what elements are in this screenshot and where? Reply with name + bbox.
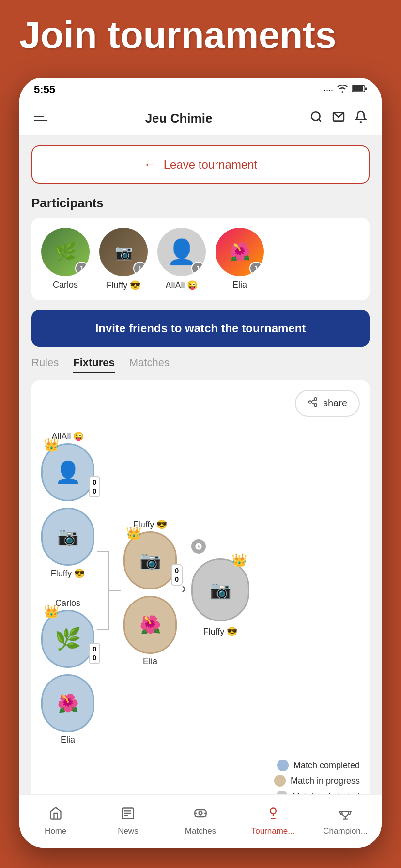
legend-dot-completed bbox=[277, 760, 289, 771]
score-r1m2: 00 bbox=[89, 643, 100, 664]
bubble-elia-r2: 🌺 bbox=[123, 596, 177, 654]
round2-column: Fluffy 😎 📷 00 👑 🌺 E bbox=[123, 519, 177, 666]
tabs-row: Rules Fixtures Matches bbox=[31, 356, 370, 373]
svg-point-23 bbox=[199, 812, 202, 815]
legend-dot-not-started bbox=[276, 790, 288, 794]
invite-friends-button[interactable]: Invite friends to watch the tournament bbox=[31, 310, 370, 347]
nav-champion[interactable]: Champion... bbox=[321, 806, 370, 836]
tab-matches[interactable]: Matches bbox=[129, 356, 170, 373]
leave-tournament-button[interactable]: ← Leave tournament bbox=[31, 145, 370, 184]
bubble-carlos: 🌿 00 👑 bbox=[41, 610, 94, 668]
tab-rules[interactable]: Rules bbox=[31, 356, 59, 373]
bell-icon[interactable] bbox=[355, 110, 367, 126]
nav-home[interactable]: Home bbox=[31, 806, 80, 836]
name-fluffy: Fluffy 😎 bbox=[107, 280, 141, 291]
nav-matches-label: Matches bbox=[185, 826, 216, 836]
app-title: Jeu Chimie bbox=[145, 111, 213, 126]
search-icon[interactable] bbox=[310, 110, 323, 126]
match1: AliAli 😜 👤 00 👑 📷 F bbox=[41, 431, 94, 579]
svg-text:★: ★ bbox=[197, 544, 200, 549]
home-icon bbox=[48, 806, 63, 823]
svg-rect-3 bbox=[353, 86, 363, 91]
label-final: Fluffy 😎 bbox=[203, 626, 238, 637]
label-elia-r1: Elia bbox=[61, 735, 75, 745]
nav-tournament[interactable]: Tourname... bbox=[249, 806, 297, 836]
svg-rect-22 bbox=[195, 810, 206, 817]
avatar-aliali: 👤 1 bbox=[157, 228, 206, 276]
legend-completed: Match completed bbox=[277, 760, 360, 771]
name-aliali: AliAli 😜 bbox=[165, 280, 198, 291]
bubble-aliali: 👤 00 👑 bbox=[41, 443, 94, 501]
badge-elia: 1 bbox=[249, 262, 263, 275]
menu-icon[interactable] bbox=[34, 116, 47, 121]
signal-icon: ···· bbox=[324, 85, 333, 95]
bracket-container: AliAli 😜 👤 00 👑 📷 F bbox=[41, 426, 360, 750]
player-elia-r2: 🌺 Elia bbox=[123, 596, 177, 666]
legend-not-started: Match not started bbox=[276, 790, 360, 794]
share-button[interactable]: share bbox=[295, 390, 360, 417]
svg-point-7 bbox=[314, 398, 317, 401]
player-elia-r1: 🌺 Elia bbox=[41, 674, 94, 745]
phone-frame: 5:55 ···· Jeu Chimie bbox=[19, 78, 382, 848]
participant-aliali: 👤 1 AliAli 😜 bbox=[157, 228, 206, 291]
fixtures-card: share AliAli 😜 👤 00 👑 bbox=[31, 380, 370, 794]
nav-champion-label: Champion... bbox=[323, 826, 368, 836]
svg-point-26 bbox=[270, 808, 276, 814]
final-player: ★ 📷 👑 Fluffy 😎 bbox=[191, 539, 249, 637]
bubble-fluffy-r1-oval: 📷 bbox=[41, 508, 94, 566]
header-banner: Join tournaments bbox=[0, 0, 401, 66]
banner-title: Join tournaments bbox=[19, 15, 382, 56]
wifi-icon bbox=[337, 85, 348, 95]
battery-icon bbox=[352, 85, 367, 95]
player-fluffy-r1: 📷 Fluffy 😎 bbox=[41, 508, 94, 579]
nav-home-label: Home bbox=[45, 826, 66, 836]
connector-lines bbox=[97, 508, 121, 668]
legend-in-progress: Match in progress bbox=[274, 775, 360, 787]
round1-column: AliAli 😜 👤 00 👑 📷 F bbox=[41, 431, 94, 745]
mail-icon[interactable] bbox=[332, 110, 345, 126]
bubble-final-oval: 📷 bbox=[191, 558, 249, 621]
legend-dot-in-progress bbox=[274, 775, 286, 787]
nav-matches[interactable]: Matches bbox=[176, 806, 225, 836]
svg-line-11 bbox=[311, 400, 314, 402]
avatar-carlos: 🌿 1 bbox=[41, 228, 90, 276]
tab-fixtures[interactable]: Fixtures bbox=[73, 356, 115, 373]
fixtures-header: share bbox=[41, 390, 360, 417]
badge-aliali: 1 bbox=[191, 262, 205, 275]
legend-text-in-progress: Match in progress bbox=[291, 776, 360, 786]
svg-line-5 bbox=[319, 119, 321, 122]
svg-point-4 bbox=[311, 112, 320, 120]
medal-icon: ★ bbox=[191, 539, 206, 554]
bubble-fluffy-r1: 📷 bbox=[41, 508, 94, 566]
name-carlos: Carlos bbox=[53, 280, 78, 290]
svg-point-9 bbox=[314, 404, 317, 407]
nav-bar: Jeu Chimie bbox=[19, 102, 382, 136]
nav-news[interactable]: News bbox=[104, 806, 152, 836]
bubble-elia-r1: 🌺 bbox=[41, 674, 94, 732]
champion-icon bbox=[338, 806, 353, 823]
score-r1m1: 00 bbox=[89, 476, 100, 497]
crown-carlos-r1: 👑 bbox=[44, 604, 59, 619]
badge-fluffy: 1 bbox=[133, 262, 147, 275]
player-carlos-r1: Carlos 🌿 00 👑 bbox=[41, 598, 94, 668]
back-arrow-icon: ← bbox=[144, 157, 156, 172]
leave-tournament-label: Leave tournament bbox=[164, 158, 257, 171]
match2: Carlos 🌿 00 👑 🌺 Elia bbox=[41, 598, 94, 745]
round3-column: ★ 📷 👑 Fluffy 😎 bbox=[191, 539, 249, 637]
svg-line-10 bbox=[311, 403, 314, 404]
participants-card: 🌿 1 Carlos 📷 1 Fluffy 😎 👤 1 AliAli bbox=[31, 218, 370, 300]
share-icon bbox=[308, 397, 318, 410]
name-elia: Elia bbox=[232, 280, 247, 290]
label-elia-r2: Elia bbox=[143, 656, 157, 666]
nav-icons bbox=[310, 110, 367, 126]
bubble-elia-r2-oval: 🌺 bbox=[123, 596, 177, 654]
status-bar: 5:55 ···· bbox=[19, 78, 382, 102]
share-label: share bbox=[323, 398, 347, 409]
crown-fluffy-r2: 👑 bbox=[126, 526, 141, 541]
label-fluffy-r1: Fluffy 😎 bbox=[51, 568, 85, 579]
bottom-nav: Home News Matches Tourname... Champion..… bbox=[19, 794, 382, 848]
participant-fluffy: 📷 1 Fluffy 😎 bbox=[99, 228, 148, 291]
tournament-icon bbox=[266, 806, 280, 823]
legend-area: Match completed Match in progress Match … bbox=[41, 760, 360, 794]
news-icon bbox=[121, 806, 135, 823]
